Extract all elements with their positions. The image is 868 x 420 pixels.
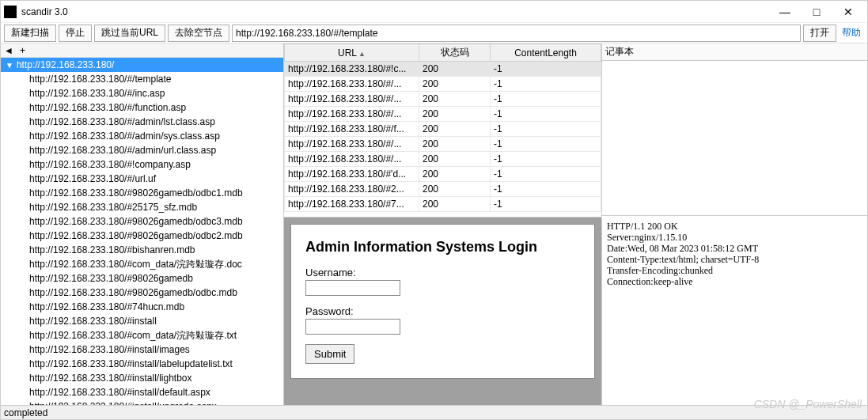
cell-len: -1	[491, 137, 601, 152]
results-table: URL▲ 状态码 ContentLength http://192.168.23…	[284, 44, 601, 212]
tree-item[interactable]: http://192.168.233.180/#/inc.asp	[1, 86, 283, 100]
col-status[interactable]: 状态码	[419, 44, 491, 62]
cell-len: -1	[491, 122, 601, 137]
tree-item[interactable]: http://192.168.233.180/#install/images	[1, 342, 283, 357]
tree-item[interactable]: http://192.168.233.180/#/admin/url.class…	[1, 143, 283, 157]
password-input[interactable]	[305, 319, 400, 335]
table-row[interactable]: http://192.168.233.180/#7...200-1	[285, 197, 601, 212]
cell-status: 200	[419, 167, 491, 182]
cell-len: -1	[491, 107, 601, 122]
cell-status: 200	[419, 92, 491, 107]
table-row[interactable]: http://192.168.233.180/#/...200-1	[285, 92, 601, 107]
tree-item[interactable]: http://192.168.233.180/#!company.asp	[1, 157, 283, 172]
cell-url: http://192.168.233.180/#/...	[285, 92, 419, 107]
tree-item[interactable]: http://192.168.233.180/#98026gamedb/odbc…	[1, 186, 283, 200]
cell-len: -1	[491, 152, 601, 167]
cell-url: http://192.168.233.180/#7...	[285, 197, 419, 212]
tree-list[interactable]: http://192.168.233.180/#/templatehttp://…	[1, 72, 283, 405]
tree-item[interactable]: http://192.168.233.180/#/function.asp	[1, 100, 283, 115]
tree-item[interactable]: http://192.168.233.180/#com_data/浣跨敤璇存.t…	[1, 328, 283, 342]
skip-url-button[interactable]: 跳过当前URL	[94, 25, 165, 42]
tree-tab-collapse[interactable]: ◄	[4, 45, 13, 56]
remove-empty-button[interactable]: 去除空节点	[168, 25, 229, 42]
tree-tabs: ◄ +	[1, 44, 283, 58]
password-label: Password:	[305, 305, 580, 317]
tree-item[interactable]: http://192.168.233.180/#/admin/sys.class…	[1, 129, 283, 143]
cell-len: -1	[491, 182, 601, 197]
new-scan-button[interactable]: 新建扫描	[4, 25, 56, 42]
cell-status: 200	[419, 197, 491, 212]
table-row[interactable]: http://192.168.233.180/#!c...200-1	[285, 62, 601, 77]
cell-status: 200	[419, 62, 491, 77]
username-label: Username:	[305, 267, 580, 278]
table-row[interactable]: http://192.168.233.180/#'d...200-1	[285, 167, 601, 182]
close-button[interactable]: ✕	[832, 1, 864, 23]
tree-item[interactable]: http://192.168.233.180/#74hucn.mdb	[1, 300, 283, 314]
table-row[interactable]: http://192.168.233.180/#/...200-1	[285, 152, 601, 167]
login-title: Admin Information Systems Login	[305, 239, 580, 255]
cell-url: http://192.168.233.180/#/...	[285, 137, 419, 152]
tree-item[interactable]: http://192.168.233.180/#/url.uf	[1, 172, 283, 186]
tree-item[interactable]: http://192.168.233.180/#98026gamedb	[1, 271, 283, 286]
cell-status: 200	[419, 122, 491, 137]
preview-pane: Admin Information Systems Login Username…	[284, 218, 601, 405]
maximize-button[interactable]: □	[801, 1, 832, 23]
cell-len: -1	[491, 167, 601, 182]
cell-status: 200	[419, 152, 491, 167]
open-button[interactable]: 打开	[803, 25, 836, 42]
cell-status: 200	[419, 107, 491, 122]
tree-item[interactable]: http://192.168.233.180/#install/labelupd…	[1, 357, 283, 371]
cell-len: -1	[491, 77, 601, 92]
main: ◄ + http://192.168.233.180/ http://192.1…	[1, 44, 867, 405]
cell-url: http://192.168.233.180/#/...	[285, 77, 419, 92]
minimize-button[interactable]: —	[769, 1, 801, 23]
stop-button[interactable]: 停止	[59, 25, 92, 42]
tree-item[interactable]: http://192.168.233.180/#install	[1, 314, 283, 328]
tree-root[interactable]: http://192.168.233.180/	[1, 58, 283, 72]
cell-url: http://192.168.233.180/#2...	[285, 182, 419, 197]
tree-pane: ◄ + http://192.168.233.180/ http://192.1…	[1, 44, 284, 405]
tree-item[interactable]: http://192.168.233.180/#25175_sfz.mdb	[1, 200, 283, 214]
cell-url: http://192.168.233.180/#/...	[285, 107, 419, 122]
col-url[interactable]: URL▲	[285, 44, 419, 62]
cell-len: -1	[491, 92, 601, 107]
table-row[interactable]: http://192.168.233.180/#2...200-1	[285, 182, 601, 197]
response-headers: HTTP/1.1 200 OK Server:nginx/1.15.10 Dat…	[602, 215, 867, 405]
status-text: completed	[4, 407, 47, 418]
statusbar: completed	[1, 405, 867, 419]
tree-item[interactable]: http://192.168.233.180/#install/upgrade.…	[1, 399, 283, 405]
tree-item[interactable]: http://192.168.233.180/#/admin/lst.class…	[1, 115, 283, 129]
tree-item[interactable]: http://192.168.233.180/#bishanren.mdb	[1, 243, 283, 257]
titlebar: scandir 3.0 — □ ✕	[1, 1, 867, 23]
cell-status: 200	[419, 182, 491, 197]
notes-header: 记事本	[602, 44, 867, 61]
app-icon	[4, 6, 17, 18]
url-input[interactable]	[232, 25, 801, 42]
tree-item[interactable]: http://192.168.233.180/#install/default.…	[1, 385, 283, 399]
table-row[interactable]: http://192.168.233.180/#/f...200-1	[285, 122, 601, 137]
tree-item[interactable]: http://192.168.233.180/#install/lightbox	[1, 371, 283, 385]
tree-item[interactable]: http://192.168.233.180/#98026gamedb/odbc…	[1, 286, 283, 300]
submit-button[interactable]: Submit	[305, 344, 354, 364]
table-row[interactable]: http://192.168.233.180/#/...200-1	[285, 77, 601, 92]
tree-item[interactable]: http://192.168.233.180/#98026gamedb/odbc…	[1, 214, 283, 229]
cell-url: http://192.168.233.180/#/f...	[285, 122, 419, 137]
cell-url: http://192.168.233.180/#'d...	[285, 167, 419, 182]
center-pane: URL▲ 状态码 ContentLength http://192.168.23…	[284, 44, 602, 405]
username-input[interactable]	[305, 280, 400, 296]
notes-body[interactable]	[602, 61, 867, 215]
col-length[interactable]: ContentLength	[491, 44, 601, 62]
cell-url: http://192.168.233.180/#/...	[285, 152, 419, 167]
cell-status: 200	[419, 77, 491, 92]
table-row[interactable]: http://192.168.233.180/#/...200-1	[285, 107, 601, 122]
cell-url: http://192.168.233.180/#!c...	[285, 62, 419, 77]
help-link[interactable]: 帮助	[839, 26, 864, 40]
window-controls: — □ ✕	[769, 1, 864, 23]
cell-len: -1	[491, 197, 601, 212]
tree-item[interactable]: http://192.168.233.180/#98026gamedb/odbc…	[1, 229, 283, 243]
tree-item[interactable]: http://192.168.233.180/#com_data/浣跨敤璇存.d…	[1, 257, 283, 271]
tree-tab-add[interactable]: +	[20, 45, 25, 56]
window-title: scandir 3.0	[21, 6, 769, 17]
tree-item[interactable]: http://192.168.233.180/#/template	[1, 72, 283, 86]
table-row[interactable]: http://192.168.233.180/#/...200-1	[285, 137, 601, 152]
